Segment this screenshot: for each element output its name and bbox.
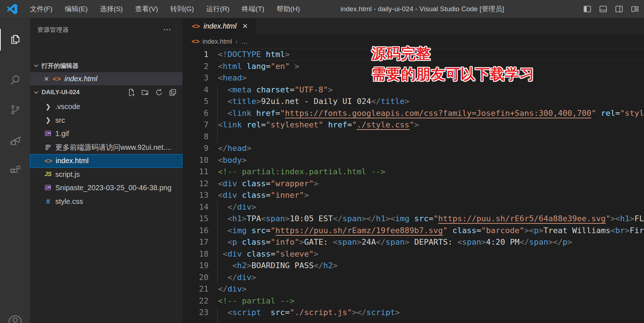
line-number: 18 bbox=[183, 248, 209, 260]
close-tab-icon[interactable]: ✕ bbox=[242, 22, 248, 30]
window-title: index.html - daily-ui-024 - Visual Studi… bbox=[340, 0, 504, 18]
toggle-secondary-sidebar-icon[interactable] bbox=[615, 5, 623, 13]
project-name: DAILY-UI-024 bbox=[42, 89, 80, 96]
activity-bar bbox=[0, 18, 30, 323]
account-icon[interactable] bbox=[0, 309, 30, 323]
code-line-4[interactable]: <meta charset="UTF-8"> bbox=[218, 84, 644, 96]
file-item-4[interactable]: 更多前端源码请访问www.92ui.net.... bbox=[30, 141, 183, 154]
collapse-all-icon[interactable] bbox=[169, 88, 177, 96]
title-bar: 文件(F)编辑(E)选择(S)查看(V)转到(G)运行(R)终端(T)帮助(H)… bbox=[0, 0, 644, 18]
line-number: 7 bbox=[183, 119, 209, 131]
line-number: 4 bbox=[183, 84, 209, 96]
project-section[interactable]: DAILY-UI-024 bbox=[30, 86, 183, 99]
text-file-icon bbox=[45, 144, 51, 150]
window-layout-controls bbox=[583, 0, 639, 18]
file-item-5[interactable]: <>index.html bbox=[30, 154, 183, 168]
toggle-panel-icon[interactable] bbox=[599, 5, 607, 13]
line-number: 10 bbox=[183, 154, 209, 166]
chevron-right-icon: ❯ bbox=[45, 116, 51, 124]
code-line-11[interactable]: <!-- partial:index.partial.html --> bbox=[218, 166, 644, 178]
menu-H[interactable]: 帮助(H) bbox=[270, 0, 306, 18]
line-number: 20 bbox=[183, 272, 209, 284]
line-number: 2 bbox=[183, 61, 209, 73]
file-item-8[interactable]: #style.css bbox=[30, 195, 183, 209]
toggle-primary-sidebar-icon[interactable] bbox=[583, 5, 591, 13]
line-number: 14 bbox=[183, 201, 209, 213]
line-number: 1 bbox=[183, 49, 209, 61]
menu-E[interactable]: 编辑(E) bbox=[59, 0, 94, 18]
code-line-16[interactable]: <img src="https://puu.sh/rEamz/19fee889b… bbox=[218, 225, 644, 237]
code-line-13[interactable]: <div class="inner"> bbox=[218, 189, 644, 201]
file-name: src bbox=[55, 116, 65, 125]
html-file-icon: <> bbox=[192, 22, 200, 30]
menu-S[interactable]: 选择(S) bbox=[94, 0, 129, 18]
image-file-icon bbox=[45, 130, 52, 137]
code-line-5[interactable]: <title>92ui.net - Daily UI 024</title> bbox=[218, 96, 644, 108]
source-control-icon[interactable] bbox=[0, 97, 30, 123]
chevron-down-icon bbox=[34, 63, 39, 68]
file-item-1[interactable]: ❯.vscode bbox=[30, 100, 183, 114]
file-name: 更多前端源码请访问www.92ui.net.... bbox=[55, 143, 171, 152]
menu-V[interactable]: 查看(V) bbox=[129, 0, 164, 18]
code-editor[interactable]: 1234567891011121314151617181920212223 <!… bbox=[183, 49, 644, 323]
code-content[interactable]: <!DOCTYPE html><html lang="en" ><head> <… bbox=[218, 49, 644, 319]
explorer-title: 资源管理器 bbox=[37, 26, 69, 34]
breadcrumb-more[interactable]: … bbox=[241, 38, 248, 45]
more-actions-icon[interactable]: ⋯ bbox=[163, 25, 172, 34]
line-number: 13 bbox=[183, 189, 209, 201]
refresh-icon[interactable] bbox=[155, 88, 163, 96]
code-line-8[interactable] bbox=[218, 131, 644, 143]
file-item-2[interactable]: ❯src bbox=[30, 114, 183, 127]
open-editors-label: 打开的编辑器 bbox=[42, 62, 78, 70]
code-line-18[interactable]: <div class="sleeve"> bbox=[218, 248, 644, 260]
annotation-line1: 源码完整 bbox=[372, 43, 534, 64]
menu-T[interactable]: 终端(T) bbox=[236, 0, 270, 18]
customize-layout-icon[interactable] bbox=[631, 5, 639, 13]
file-item-6[interactable]: JSscript.js bbox=[30, 168, 183, 182]
code-line-6[interactable]: <link href="https://fonts.googleapis.com… bbox=[218, 108, 644, 119]
file-name: Snipaste_2023-03-25_00-46-38.png bbox=[55, 184, 171, 192]
open-editors-section[interactable]: 打开的编辑器 bbox=[30, 59, 183, 72]
run-and-debug-icon[interactable] bbox=[0, 128, 30, 154]
code-line-21[interactable]: </div> bbox=[218, 283, 644, 295]
menu-F[interactable]: 文件(F) bbox=[24, 0, 59, 18]
search-icon[interactable] bbox=[0, 67, 30, 93]
file-item-3[interactable]: 1.gif bbox=[30, 127, 183, 141]
code-line-14[interactable]: </div> bbox=[218, 201, 644, 213]
explorer-icon[interactable] bbox=[0, 27, 30, 53]
code-line-7[interactable]: <link rel="stylesheet" href="./style.css… bbox=[218, 119, 644, 131]
line-number: 16 bbox=[183, 225, 209, 237]
indent-guide bbox=[217, 307, 218, 323]
chevron-right-icon: ❯ bbox=[45, 103, 51, 111]
breadcrumb-file[interactable]: index.html bbox=[202, 38, 232, 45]
menu-G[interactable]: 转到(G) bbox=[164, 0, 200, 18]
line-number: 12 bbox=[183, 178, 209, 190]
tab-label: index.html bbox=[203, 22, 236, 30]
new-file-icon[interactable] bbox=[128, 88, 136, 96]
close-icon[interactable]: ✕ bbox=[44, 75, 49, 83]
code-line-23[interactable]: <script src="./script.js"></script> bbox=[218, 307, 644, 319]
code-line-20[interactable]: </div> bbox=[218, 272, 644, 284]
code-line-22[interactable]: <!-- partial --> bbox=[218, 295, 644, 307]
code-line-17[interactable]: <p class="info">GATE: <span>24A</span> D… bbox=[218, 236, 644, 248]
code-line-9[interactable]: </head> bbox=[218, 143, 644, 154]
line-number: 6 bbox=[183, 108, 209, 119]
menu-R[interactable]: 运行(R) bbox=[200, 0, 236, 18]
code-line-15[interactable]: <h1>TPA<span>10:05 EST</span></h1><img s… bbox=[218, 213, 644, 225]
line-numbers: 1234567891011121314151617181920212223 bbox=[183, 49, 209, 319]
open-editor-item[interactable]: ✕ <> index.html bbox=[30, 72, 183, 86]
project-actions bbox=[128, 88, 177, 96]
editor-tab-bar: <> index.html ✕ bbox=[183, 18, 644, 34]
line-number: 8 bbox=[183, 131, 209, 143]
file-item-7[interactable]: Snipaste_2023-03-25_00-46-38.png bbox=[30, 181, 183, 195]
extensions-icon[interactable] bbox=[0, 157, 30, 183]
line-number: 3 bbox=[183, 72, 209, 84]
tab-index-html[interactable]: <> index.html ✕ bbox=[183, 18, 257, 34]
js-file-icon: JS bbox=[44, 171, 52, 178]
code-line-10[interactable]: <body> bbox=[218, 154, 644, 166]
new-folder-icon[interactable] bbox=[141, 88, 149, 96]
code-line-12[interactable]: <div class="wrapper"> bbox=[218, 178, 644, 190]
file-name: style.css bbox=[55, 197, 83, 206]
code-line-19[interactable]: <h2>BOARDING PASS</h2> bbox=[218, 260, 644, 272]
file-name: .vscode bbox=[55, 102, 80, 111]
